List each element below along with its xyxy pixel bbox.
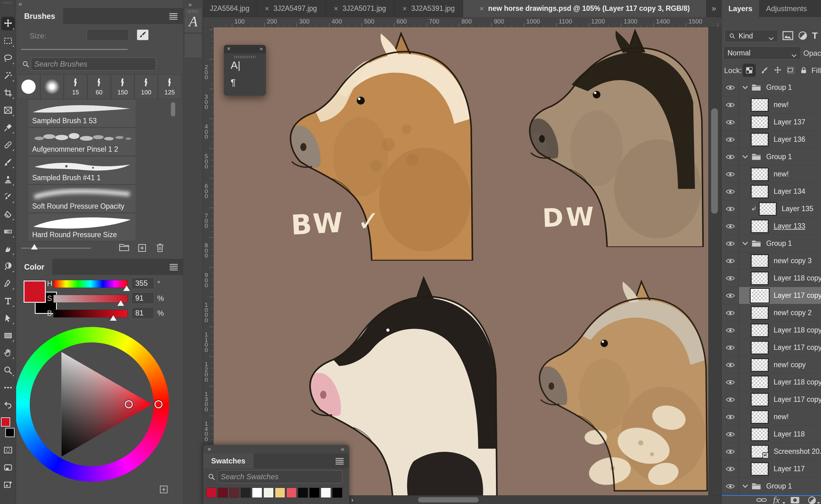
swatches-panel-menu-icon[interactable] — [334, 457, 345, 465]
swatch-chip[interactable] — [332, 488, 342, 498]
layer-name[interactable]: new! copy 3 — [774, 257, 812, 265]
layer-style-fx-icon[interactable]: fx — [773, 495, 780, 504]
layer-thumbnail[interactable] — [751, 428, 769, 441]
swatch-chip[interactable] — [286, 488, 297, 498]
search-brushes-input[interactable] — [31, 58, 156, 71]
swatch-chip[interactable] — [298, 488, 308, 498]
history-brush-tool[interactable] — [1, 190, 15, 204]
layer-visibility-cell[interactable] — [722, 96, 739, 114]
brush-list-item[interactable]: Sampled Brush 1 53 — [28, 100, 136, 128]
brush-preset[interactable]: 60 — [87, 74, 111, 99]
layer-visibility-cell[interactable] — [722, 131, 739, 148]
layer-thumbnail[interactable] — [751, 219, 769, 233]
layer-name[interactable]: Layer 117 — [774, 465, 805, 473]
path-select-tool[interactable] — [1, 311, 15, 325]
smudge-tool[interactable] — [1, 242, 15, 256]
swatch-chip[interactable] — [321, 488, 331, 498]
brush-group-folder-icon[interactable] — [119, 243, 129, 253]
chevron-down-icon[interactable] — [742, 85, 748, 90]
layer-name[interactable]: Layer 133 — [774, 222, 805, 230]
hscroll-thumb[interactable] — [418, 497, 479, 502]
eyedropper-tool[interactable] — [1, 121, 15, 134]
layer-row-main[interactable]: Group 1 — [739, 235, 821, 252]
eraser-tool[interactable] — [1, 207, 15, 221]
layer-visibility-cell[interactable] — [722, 339, 739, 356]
swatch-chip[interactable] — [252, 488, 262, 498]
brush-size-input[interactable] — [87, 29, 129, 41]
pen-tool[interactable] — [1, 277, 15, 290]
layer-name[interactable]: Group 1 — [766, 239, 792, 248]
object-selection-tool[interactable] — [1, 69, 15, 82]
tab-brushes[interactable]: Brushes — [16, 8, 63, 24]
layer-name[interactable]: Group 1 — [766, 482, 792, 490]
layer-thumbnail[interactable] — [751, 393, 769, 406]
layer-row-main[interactable]: Layer 135 — [739, 200, 821, 218]
layer-row[interactable]: Layer 118 copy — [722, 270, 821, 287]
layer-row-main[interactable]: Layer 136 — [739, 131, 821, 148]
layer-row-main[interactable]: Layer 118 copy — [739, 270, 821, 287]
layer-visibility-cell[interactable] — [722, 148, 739, 166]
screen-mode-button[interactable] — [1, 461, 15, 474]
document-tab-active[interactable]: ×new horse drawings.psd @ 105% (Layer 11… — [463, 0, 706, 17]
swatches-scroll-right-icon[interactable]: › — [351, 496, 354, 504]
layer-visibility-cell[interactable] — [722, 218, 739, 235]
layer-name[interactable]: Layer 118 copy — [774, 326, 821, 334]
blend-mode-dropdown[interactable]: Normal — [723, 46, 801, 59]
filter-adjustment-layers-icon[interactable] — [797, 31, 808, 41]
layer-row-main[interactable]: new! — [739, 96, 821, 114]
layer-row[interactable]: Layer 118 copy — [722, 374, 821, 391]
layer-row[interactable]: new! copy — [722, 356, 821, 374]
layer-row-main[interactable]: Screenshot 20. — [739, 443, 821, 460]
layer-name[interactable]: Layer 118 copy — [774, 378, 821, 386]
shape-tool[interactable] — [1, 329, 15, 342]
layer-row-main[interactable]: Layer 134 — [739, 183, 821, 200]
layer-thumbnail[interactable] — [751, 272, 769, 285]
layer-thumbnail[interactable] — [751, 376, 769, 389]
close-tab-icon[interactable]: × — [480, 4, 484, 13]
tab-overflow-icon[interactable]: » — [706, 0, 721, 17]
brush-tool[interactable] — [1, 155, 15, 169]
more-tools-tool[interactable] — [1, 381, 15, 394]
close-tab-icon[interactable]: × — [402, 4, 407, 13]
foreground-color-swatch[interactable] — [1, 417, 10, 427]
dock-tile-empty[interactable] — [184, 33, 202, 58]
saturation-brightness-marker[interactable] — [125, 400, 133, 408]
layer-row[interactable]: new! — [722, 96, 821, 114]
layer-row[interactable]: Layer 118 copy — [722, 322, 821, 339]
paragraph-panel-button[interactable]: ¶ — [231, 77, 236, 88]
layer-row[interactable]: Layer 136 — [722, 131, 821, 148]
layer-row[interactable]: Layer 117 copy — [722, 287, 821, 304]
brush-list-item[interactable]: Hard Round Pressure Size — [28, 214, 136, 241]
brush-list-item[interactable]: Aufgenommener Pinsel 1 2 — [28, 128, 136, 156]
layer-group-row[interactable]: Group 1 — [722, 235, 821, 252]
swatch-chip[interactable] — [263, 488, 274, 498]
layer-row-main[interactable]: Layer 118 copy — [739, 374, 821, 391]
layer-visibility-cell[interactable] — [722, 460, 739, 478]
layer-row-main[interactable]: Layer 133 — [739, 218, 821, 235]
layer-row-main[interactable]: Group 1 — [739, 79, 821, 96]
brush-list-item[interactable]: Sampled Brush #41 1 — [28, 157, 136, 185]
layer-thumbnail[interactable] — [751, 133, 769, 146]
color-value-input[interactable]: 81 — [131, 307, 154, 319]
layer-name[interactable]: new! copy — [774, 361, 806, 369]
color-slider-thumb[interactable] — [110, 315, 117, 321]
swatch-chip[interactable] — [218, 488, 228, 498]
color-panel-menu-icon[interactable] — [168, 263, 179, 271]
crop-tool[interactable] — [1, 86, 15, 100]
move-tool[interactable] — [1, 17, 15, 30]
hue-marker[interactable] — [154, 400, 163, 408]
layer-row[interactable]: Layer 117 — [722, 460, 821, 478]
new-brush-icon[interactable] — [137, 243, 147, 253]
layer-thumbnail[interactable] — [751, 98, 769, 112]
layer-row[interactable]: new! copy 3 — [722, 252, 821, 270]
color-slider-thumb[interactable] — [117, 300, 124, 306]
tab-color[interactable]: Color — [16, 259, 52, 275]
color-slider-thumb[interactable] — [123, 285, 130, 291]
layer-group-row[interactable]: Group 1 — [722, 79, 821, 96]
layer-visibility-cell[interactable] — [722, 287, 739, 304]
layer-row[interactable]: new! copy 2 — [722, 304, 821, 322]
layer-name[interactable]: Layer 117 copy — [774, 395, 821, 404]
layer-row-main[interactable]: Layer 118 copy — [739, 322, 821, 339]
gradient-tool[interactable] — [1, 225, 15, 238]
filter-pixel-layers-icon[interactable] — [782, 31, 793, 41]
